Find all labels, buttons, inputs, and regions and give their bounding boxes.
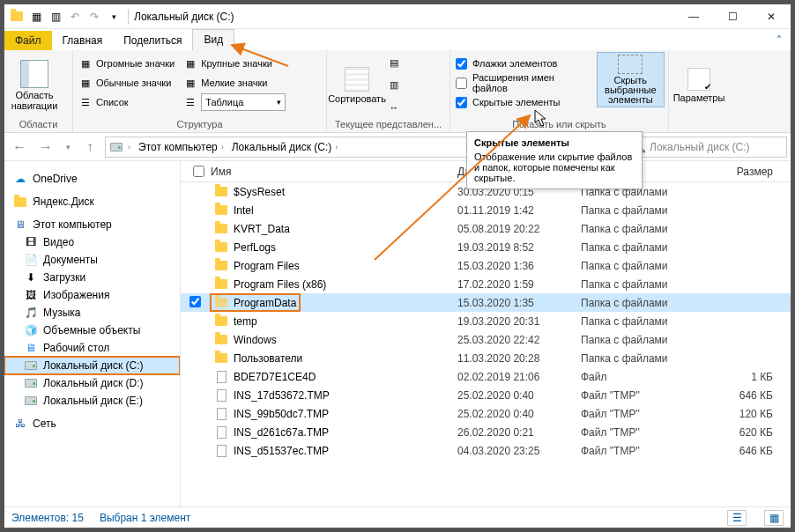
group-by-icon[interactable]: ▤ [387, 56, 401, 70]
row-icon [214, 333, 228, 347]
tab-file[interactable]: Файл [4, 31, 52, 50]
table-row[interactable]: INS_17d53672.TMP25.02.2020 0:40Файл "TMP… [181, 386, 791, 404]
cube-icon: 🧊 [24, 323, 38, 337]
hide-selected-label: Скрыть выбранные элементы [599, 76, 662, 105]
table-row[interactable]: temp19.03.2020 20:31Папка с файлами [181, 312, 791, 330]
nav-3dobjects[interactable]: 🧊Объемные объекты [4, 321, 180, 339]
navigation-pane-button[interactable]: Область навигации [8, 52, 61, 118]
fit-columns-icon[interactable]: ↔ [387, 100, 401, 115]
nav-onedrive[interactable]: ☁OneDrive [4, 170, 180, 188]
window-title: Локальный диск (C:) [134, 11, 234, 23]
chevron-right-icon[interactable]: › [335, 143, 338, 151]
row-icon [214, 388, 228, 403]
row-date: 25.02.2020 0:40 [457, 408, 581, 420]
search-input[interactable]: 🔍 Локальный диск (C:) [628, 137, 787, 158]
nav-back-button[interactable]: ← [8, 136, 31, 159]
chevron-right-icon[interactable]: › [221, 143, 224, 151]
row-checkbox[interactable] [189, 296, 201, 307]
sort-label: Сортировать [328, 93, 386, 104]
nav-drive-d[interactable]: Локальный диск (D:) [4, 374, 180, 392]
chevron-right-icon[interactable]: › [128, 143, 130, 151]
qat-undo-icon[interactable]: ↶ [66, 8, 84, 26]
maximize-button[interactable]: ☐ [713, 4, 752, 29]
checkbox-item-checkboxes[interactable]: Флажки элементов [454, 54, 593, 73]
nav-recent-button[interactable]: ▾ [61, 136, 75, 159]
nav-drive-c[interactable]: Локальный диск (C:) [4, 357, 180, 374]
row-name: PerfLogs [234, 241, 276, 254]
nav-docs[interactable]: 📄Документы [4, 251, 180, 269]
layout-small[interactable]: ▦Мелкие значки [182, 73, 287, 92]
view-details-button[interactable]: ☰ [727, 510, 747, 526]
navigation-pane[interactable]: ☁OneDrive Яндекс.Диск 🖥Этот компьютер 🎞В… [4, 161, 181, 506]
minimize-button[interactable]: — [674, 4, 713, 29]
table-row[interactable]: INS_d261c67a.TMP26.02.2020 0:21Файл "TMP… [181, 423, 791, 441]
pc-icon: 🖥 [13, 218, 27, 232]
qat-newfolder-icon[interactable]: ▥ [47, 8, 64, 26]
tab-home[interactable]: Главная [52, 31, 114, 50]
qat-properties-icon[interactable]: ▦ [27, 8, 45, 26]
layout-large[interactable]: ▦Крупные значки [182, 54, 287, 73]
options-icon: ✔ [687, 68, 710, 91]
nav-yadisk[interactable]: Яндекс.Диск [4, 193, 180, 211]
header-size[interactable]: Размер [713, 166, 791, 178]
row-icon [214, 296, 228, 310]
row-date: 17.02.2020 1:59 [457, 278, 581, 291]
qat-more-icon[interactable]: ▾ [105, 8, 123, 26]
network-icon: 🖧 [13, 417, 27, 431]
table-row[interactable]: KVRT_Data05.08.2019 20:22Папка с файлами [181, 219, 791, 238]
table-row[interactable]: Program Files15.03.2020 1:36Папка с файл… [181, 256, 791, 275]
sort-button[interactable]: Сортировать [331, 52, 383, 118]
crumb-pc[interactable]: Этот компьютер› [135, 141, 227, 153]
row-type: Папка с файлами [581, 315, 713, 328]
row-name: BDE7D7E1CE4D [234, 371, 316, 383]
nav-music[interactable]: 🎵Музыка [4, 304, 180, 321]
table-row[interactable]: Intel01.11.2019 1:42Папка с файлами [181, 201, 791, 219]
table-row[interactable]: INS_d51537ec.TMP04.03.2020 23:25Файл "TM… [181, 441, 791, 460]
crumb-drive[interactable]: Локальный диск (C:)› [228, 141, 342, 153]
close-button[interactable]: ✕ [752, 4, 791, 29]
add-columns-icon[interactable]: ▥ [387, 78, 401, 92]
table-row[interactable]: BDE7D7E1CE4D02.02.2019 21:06Файл1 КБ [181, 367, 791, 386]
qat-redo-icon[interactable]: ↷ [85, 8, 103, 26]
layout-list[interactable]: ☰Список [77, 92, 176, 112]
header-checkbox[interactable] [181, 163, 211, 180]
collapse-ribbon-icon[interactable]: ˄ [768, 31, 791, 50]
table-row[interactable]: Program Files (x86)17.02.2020 1:59Папка … [181, 275, 791, 293]
nav-pc[interactable]: 🖥Этот компьютер [4, 216, 180, 233]
view-icons-button[interactable]: ▦ [764, 510, 784, 526]
row-type: Папка с файлами [581, 260, 713, 272]
nav-forward-button[interactable]: → [34, 136, 57, 159]
tab-view[interactable]: Вид [192, 29, 234, 50]
nav-video[interactable]: 🎞Видео [4, 233, 180, 251]
tab-share[interactable]: Поделиться [113, 31, 192, 50]
nav-pictures[interactable]: 🖼Изображения [4, 286, 180, 304]
checkbox-hidden-items[interactable]: Скрытые элементы [454, 92, 593, 112]
checkbox-extensions[interactable]: Расширения имен файлов [454, 73, 593, 92]
table-row[interactable]: Пользователи11.03.2020 20:28Папка с файл… [181, 349, 791, 367]
header-name[interactable]: Имя [211, 166, 457, 178]
table-row[interactable]: ProgramData15.03.2020 1:35Папка с файлам… [181, 293, 791, 312]
table-row[interactable]: INS_99b50dc7.TMP25.02.2020 0:40Файл "TMP… [181, 404, 791, 423]
row-name: INS_17d53672.TMP [234, 389, 330, 402]
nav-drive-e[interactable]: Локальный диск (E:) [4, 392, 180, 410]
nav-network[interactable]: 🖧Сеть [4, 415, 180, 432]
group-current-label: Текущее представлен... [331, 118, 446, 130]
table-row[interactable]: Windows25.03.2020 22:42Папка с файлами [181, 330, 791, 349]
layout-details-combo[interactable]: Таблица▾ [201, 93, 286, 111]
row-type: Папка с файлами [581, 352, 713, 365]
hide-selected-button[interactable]: Скрыть выбранные элементы [597, 52, 665, 107]
nav-downloads[interactable]: ⬇Загрузки [4, 269, 180, 286]
row-date: 19.03.2020 20:31 [457, 315, 581, 328]
nav-up-button[interactable]: ↑ [78, 136, 101, 159]
nav-desktop[interactable]: 🖥Рабочий стол [4, 339, 180, 357]
layout-normal[interactable]: ▦Обычные значки [77, 73, 176, 92]
document-icon: 📄 [24, 253, 38, 267]
row-date: 25.02.2020 0:40 [457, 389, 581, 402]
file-list[interactable]: $SysReset30.03.2020 0:15Папка с файламиI… [181, 182, 791, 506]
row-name: temp [234, 315, 257, 328]
table-row[interactable]: PerfLogs19.03.2019 8:52Папка с файлами [181, 238, 791, 256]
layout-huge[interactable]: ▦Огромные значки [77, 54, 176, 73]
layout-details[interactable]: ☰Таблица▾ [182, 92, 287, 112]
ribbon-tabs: Файл Главная Поделиться Вид ˄ [4, 29, 791, 50]
options-button[interactable]: ✔ Параметры [672, 52, 725, 118]
